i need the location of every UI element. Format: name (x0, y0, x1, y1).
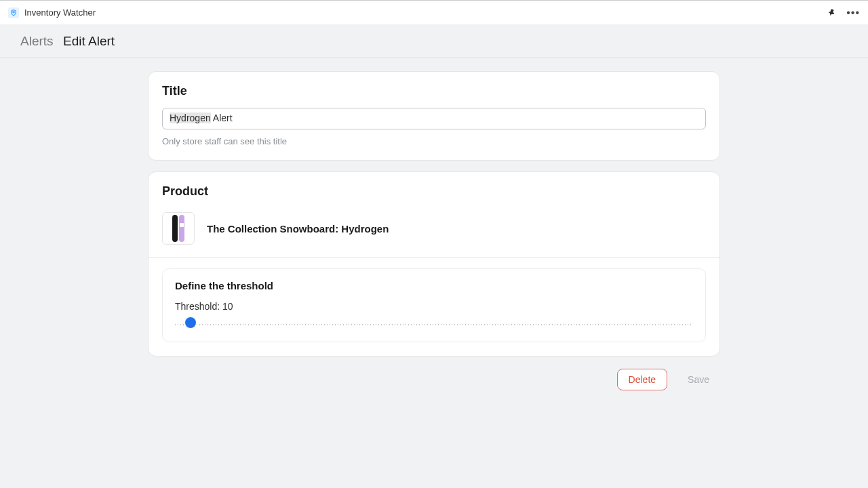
content: Title Hydrogen Alert Only store staff ca… (0, 58, 868, 404)
threshold-section: Define the threshold Threshold: 10 (162, 268, 706, 342)
title-help: Only store staff can see this title (162, 136, 706, 146)
product-card: Product The Collection Snowboard: Hydrog… (148, 171, 720, 357)
save-button[interactable]: Save (677, 369, 720, 390)
product-name: The Collection Snowboard: Hydrogen (207, 223, 389, 235)
threshold-slider[interactable] (175, 324, 693, 325)
pin-icon[interactable] (827, 8, 837, 18)
more-icon[interactable]: ••• (846, 7, 860, 18)
threshold-heading: Define the threshold (175, 280, 693, 291)
delete-button[interactable]: Delete (617, 369, 667, 390)
divider (149, 257, 719, 258)
breadcrumb: Alerts Edit Alert (0, 24, 868, 58)
product-heading: Product (162, 184, 706, 199)
app-title: Inventory Watcher (24, 7, 96, 18)
title-heading: Title (162, 84, 706, 98)
product-row: The Collection Snowboard: Hydrogen (162, 208, 706, 245)
app-icon (8, 7, 19, 18)
product-thumbnail (162, 212, 195, 245)
top-bar: Inventory Watcher ••• (0, 0, 868, 24)
breadcrumb-parent[interactable]: Alerts (20, 34, 54, 48)
title-card: Title Hydrogen Alert Only store staff ca… (148, 71, 720, 161)
title-input[interactable] (162, 108, 706, 129)
threshold-label: Threshold: 10 (175, 301, 693, 312)
actions-row: Delete Save (148, 369, 720, 390)
breadcrumb-current: Edit Alert (63, 34, 115, 48)
svg-point-0 (13, 11, 15, 13)
